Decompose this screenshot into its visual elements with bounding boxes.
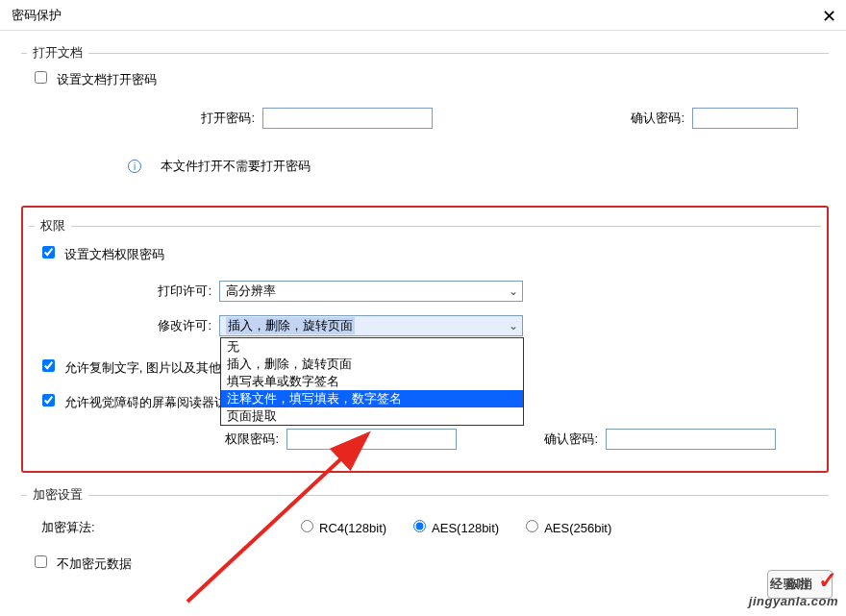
modify-option[interactable]: 页面提取 (221, 407, 523, 425)
modify-permission-dropdown: 无 插入，删除，旋转页面 填写表单或数字签名 注释文件，填写填表，数字签名 页面… (220, 337, 524, 426)
modify-permission-select[interactable]: 插入，删除，旋转页面 ⌄ 无 插入，删除，旋转页面 填写表单或数字签名 注释文件… (219, 315, 523, 336)
no-meta-encrypt-checkbox[interactable]: 不加密元数据 (35, 555, 132, 573)
title-bar: 密码保护 ✕ (0, 0, 846, 31)
allow-copy-checkbox[interactable]: 允许复制文字, 图片以及其他 (42, 359, 221, 377)
open-password-label: 打开密码: (27, 110, 262, 127)
aes256-radio[interactable]: AES(256bit) (526, 520, 611, 535)
print-permission-label: 打印许可: (35, 283, 219, 300)
perm-confirm-label: 确认密码: (457, 431, 606, 448)
button-bar: 取消 (767, 570, 840, 599)
modify-option[interactable]: 注释文件，填写填表，数字签名 (221, 390, 523, 407)
algorithm-label: 加密算法: (27, 519, 118, 536)
open-password-input[interactable] (262, 108, 433, 129)
perm-password-input[interactable] (286, 429, 457, 450)
print-permission-select[interactable]: 高分辨率 ⌄ (219, 281, 523, 302)
encryption-legend: 加密设置 (27, 486, 88, 504)
modify-option[interactable]: 填写表单或数字签名 (221, 373, 523, 390)
set-open-password-checkbox[interactable]: 设置文档打开密码 (35, 71, 157, 88)
open-doc-legend: 打开文档 (27, 44, 88, 62)
chevron-down-icon: ⌄ (509, 319, 518, 333)
close-icon[interactable]: ✕ (822, 6, 836, 27)
perm-password-label: 权限密码: (35, 431, 286, 448)
perm-confirm-input[interactable] (606, 429, 776, 450)
rc4-radio[interactable]: RC4(128bit) (301, 520, 386, 535)
open-doc-section: 打开文档 设置文档打开密码 打开密码: 确认密码: i 本文件打开不需要打开密码 (21, 44, 829, 194)
modify-option[interactable]: 无 (221, 338, 523, 356)
modify-option[interactable]: 插入，删除，旋转页面 (221, 356, 523, 373)
permission-highlight-box: 权限 设置文档权限密码 打印许可: 高分辨率 ⌄ 修改许可: 插入，删除，旋转页… (21, 206, 829, 473)
modify-permission-label: 修改许可: (35, 317, 219, 334)
open-confirm-input[interactable] (692, 108, 798, 129)
permission-legend: 权限 (35, 217, 71, 234)
chevron-down-icon: ⌄ (509, 284, 518, 298)
set-perm-password-checkbox[interactable]: 设置文档权限密码 (42, 246, 164, 263)
cancel-button[interactable]: 取消 (767, 570, 833, 599)
encryption-section: 加密设置 加密算法: RC4(128bit) AES(128bit) AES(2… (21, 486, 829, 592)
info-icon: i (128, 160, 141, 173)
dialog-title: 密码保护 (12, 7, 62, 24)
allow-reader-checkbox[interactable]: 允许视觉障碍的屏幕阅读器访 (42, 394, 227, 411)
permission-section: 权限 设置文档权限密码 打印许可: 高分辨率 ⌄ 修改许可: 插入，删除，旋转页… (29, 217, 821, 454)
aes128-radio[interactable]: AES(128bit) (413, 520, 499, 535)
open-confirm-label: 确认密码: (433, 110, 692, 127)
open-info-text: 本文件打开不需要打开密码 (161, 158, 311, 175)
